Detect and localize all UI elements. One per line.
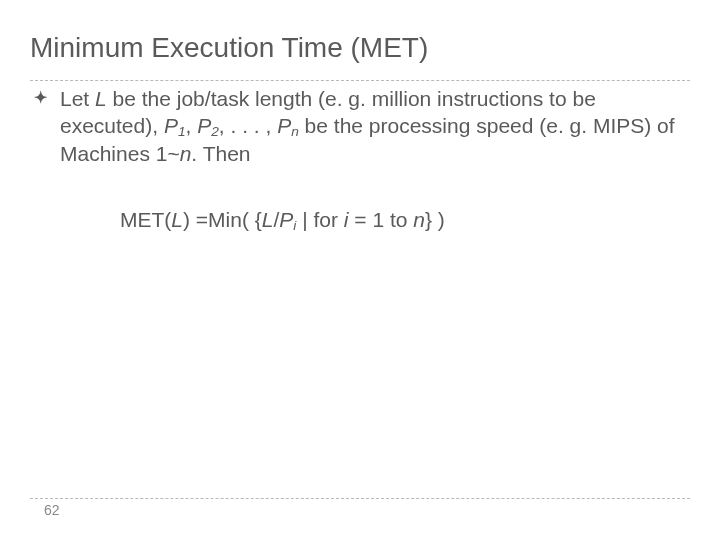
- title-divider: [30, 80, 690, 81]
- body-text: Let L be the job/task length (e. g. mill…: [60, 86, 680, 168]
- slide-title: Minimum Execution Time (MET): [30, 32, 428, 64]
- page-number: 62: [44, 502, 60, 518]
- slide: Minimum Execution Time (MET) ✦ Let L be …: [0, 0, 720, 540]
- footer-divider: [30, 498, 690, 499]
- bullet-marker: ✦: [34, 88, 47, 107]
- formula-text: MET(L) =Min( {L/Pi | for i = 1 to n} ): [120, 208, 445, 233]
